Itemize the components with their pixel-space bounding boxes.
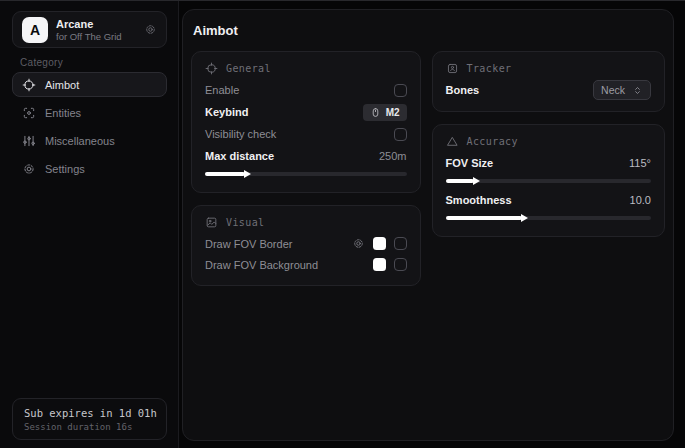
- draw-fov-border-label: Draw FOV Border: [205, 238, 292, 250]
- column-right: Tracker Bones Neck Accuracy: [432, 51, 665, 237]
- subscription-card: Sub expires in 1d 01h Session duration 1…: [12, 398, 167, 440]
- draw-fov-background-label: Draw FOV Background: [205, 259, 318, 271]
- card-columns: General Enable Keybind M2: [191, 51, 665, 286]
- tracker-card: Tracker Bones Neck: [432, 51, 665, 112]
- visual-card: Visual Draw FOV Border Draw FOV Backgrou…: [191, 205, 421, 286]
- bones-selected-value: Neck: [601, 84, 625, 96]
- visibility-check-row: Visibility check: [205, 123, 407, 145]
- sidebar-item-settings[interactable]: Settings: [12, 156, 167, 181]
- fov-size-slider-thumb[interactable]: [473, 177, 480, 185]
- tracker-card-header: Tracker: [446, 60, 651, 76]
- general-card-title: General: [226, 63, 271, 74]
- general-card-header: General: [205, 60, 407, 76]
- max-distance-slider-fill: [205, 172, 245, 176]
- fov-border-settings-gear-icon[interactable]: [352, 237, 365, 250]
- fov-border-color-swatch[interactable]: [373, 237, 386, 250]
- visibility-check-label: Visibility check: [205, 128, 276, 140]
- visual-card-header: Visual: [205, 214, 407, 230]
- bones-row: Bones Neck: [446, 79, 651, 101]
- visibility-check-checkbox[interactable]: [394, 128, 407, 141]
- unfold-arrows-icon: [632, 85, 643, 96]
- sidebar-item-entities[interactable]: Entities: [12, 100, 167, 125]
- sidebar-item-label: Settings: [45, 163, 85, 175]
- image-icon: [205, 216, 218, 229]
- enable-label: Enable: [205, 84, 239, 96]
- keybind-label: Keybind: [205, 106, 248, 118]
- smoothness-slider[interactable]: [446, 216, 651, 220]
- sidebar-item-label: Aimbot: [45, 79, 79, 91]
- sidebar-item-miscellaneous[interactable]: Miscellaneous: [12, 128, 167, 153]
- keybind-value: M2: [386, 107, 400, 118]
- tracker-card-title: Tracker: [467, 63, 512, 74]
- fov-size-value: 115°: [629, 157, 651, 169]
- keybind-button[interactable]: M2: [363, 104, 407, 121]
- smoothness-slider-thumb[interactable]: [521, 214, 528, 222]
- max-distance-label: Max distance: [205, 150, 274, 162]
- fov-size-row: FOV Size 115°: [446, 152, 651, 174]
- smoothness-value: 10.0: [630, 194, 651, 206]
- max-distance-value: 250m: [379, 150, 407, 162]
- crosshair-icon: [22, 78, 36, 92]
- crosshair-icon: [205, 62, 218, 75]
- smoothness-row: Smoothness 10.0: [446, 189, 651, 211]
- enable-row: Enable: [205, 79, 407, 101]
- fov-background-color-swatch[interactable]: [373, 258, 386, 271]
- draw-fov-background-checkbox[interactable]: [394, 258, 407, 271]
- app-subtitle: for Off The Grid: [56, 31, 122, 42]
- header-gear-icon[interactable]: [144, 23, 157, 36]
- draw-fov-border-checkbox[interactable]: [394, 237, 407, 250]
- sidebar-nav: Aimbot Entities Miscellaneous Settings: [12, 72, 167, 181]
- sidebar-item-label: Miscellaneous: [45, 135, 115, 147]
- app-title-block: Arcane for Off The Grid: [56, 18, 122, 42]
- accuracy-card-header: Accuracy: [446, 133, 651, 149]
- max-distance-slider[interactable]: [205, 172, 407, 176]
- person-focus-icon: [446, 62, 459, 75]
- general-card: General Enable Keybind M2: [191, 51, 421, 193]
- category-label: Category: [20, 57, 63, 68]
- smoothness-label: Smoothness: [446, 194, 512, 206]
- sub-expires-text: Sub expires in 1d 01h: [24, 407, 155, 419]
- bones-select-button[interactable]: Neck: [593, 80, 651, 100]
- mouse-icon: [370, 107, 381, 118]
- main-panel: Aimbot General Enable Keybind: [182, 9, 674, 441]
- sidebar: A Arcane for Off The Grid Category Aimbo…: [0, 1, 179, 448]
- app-name: Arcane: [56, 18, 122, 31]
- bones-label: Bones: [446, 84, 480, 96]
- fov-size-slider-fill: [446, 179, 475, 183]
- session-duration-text: Session duration 16s: [24, 422, 155, 432]
- max-distance-row: Max distance 250m: [205, 145, 407, 167]
- smoothness-slider-fill: [446, 216, 522, 220]
- fov-size-slider[interactable]: [446, 179, 651, 183]
- page-title: Aimbot: [193, 23, 665, 38]
- visual-card-title: Visual: [226, 217, 265, 228]
- fov-size-label: FOV Size: [446, 157, 494, 169]
- column-left: General Enable Keybind M2: [191, 51, 421, 286]
- scan-eye-icon: [22, 106, 36, 120]
- keybind-row: Keybind M2: [205, 101, 407, 123]
- sidebar-item-aimbot[interactable]: Aimbot: [12, 72, 167, 97]
- sidebar-item-label: Entities: [45, 107, 81, 119]
- max-distance-slider-thumb[interactable]: [244, 170, 251, 178]
- accuracy-card: Accuracy FOV Size 115° Smoothness: [432, 124, 665, 237]
- accuracy-card-title: Accuracy: [467, 136, 518, 147]
- gear-icon: [22, 162, 36, 176]
- app-logo: A: [22, 17, 48, 43]
- triangle-icon: [446, 135, 459, 148]
- sliders-icon: [22, 134, 36, 148]
- draw-fov-background-row: Draw FOV Background: [205, 254, 407, 275]
- enable-checkbox[interactable]: [394, 84, 407, 97]
- draw-fov-border-row: Draw FOV Border: [205, 233, 407, 254]
- app-header-card: A Arcane for Off The Grid: [12, 11, 167, 48]
